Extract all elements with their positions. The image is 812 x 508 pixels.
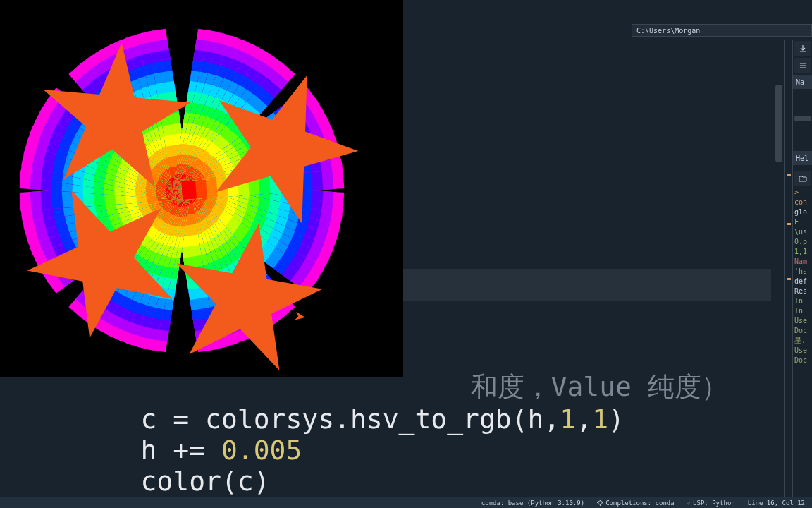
variable-name-column-header[interactable]: Na <box>793 75 812 89</box>
horizontal-scroll-thumb[interactable] <box>794 116 811 121</box>
turtle-canvas <box>0 0 403 377</box>
console-line: 星. <box>793 336 812 346</box>
console-line: 1,1 <box>793 247 812 257</box>
console-line: Use <box>793 316 812 326</box>
console-line: \us <box>793 227 812 237</box>
turtle-graphics-window[interactable] <box>0 0 403 377</box>
status-lsp[interactable]: LSP: Python <box>687 500 735 507</box>
console-line: Nam <box>793 257 812 267</box>
window-titlebar-area: C:\Users\Morgan <box>406 0 812 40</box>
console-line: Doc <box>793 356 812 365</box>
variable-explorer-panel[interactable]: Na Hel >conglo F\us0.p1,1Nam'hsdefResInI… <box>792 40 812 508</box>
console-line: def <box>793 277 812 286</box>
console-line: F <box>793 217 812 227</box>
status-cursor-position[interactable]: Line 16, Col 12 <box>748 500 805 507</box>
status-conda[interactable]: conda: base (Python 3.10.9) <box>481 500 584 507</box>
scrollbar-thumb[interactable] <box>775 85 782 162</box>
hamburger-icon[interactable] <box>794 58 811 73</box>
console-line: > <box>793 188 812 198</box>
status-completions[interactable]: Completions: conda <box>597 500 675 507</box>
console-line: In <box>793 306 812 316</box>
editor-minimap[interactable] <box>784 40 792 508</box>
console-line: Doc <box>793 326 812 336</box>
console-line: In <box>793 296 812 306</box>
console-line: 0.p <box>793 237 812 247</box>
console-line: Res <box>793 286 812 296</box>
working-directory-field[interactable]: C:\Users\Morgan <box>632 24 812 37</box>
svg-point-16 <box>598 501 602 504</box>
console-line: con <box>793 198 812 207</box>
console-line: Use <box>793 346 812 356</box>
console-line: 'hs <box>793 267 812 277</box>
folder-icon[interactable] <box>794 171 811 186</box>
download-icon[interactable] <box>794 41 811 56</box>
editor-scrollbar[interactable] <box>775 42 782 325</box>
console-line: glo <box>793 207 812 217</box>
status-bar: conda: base (Python 3.10.9) Completions:… <box>0 497 812 508</box>
help-pane-header[interactable]: Hel <box>793 151 812 165</box>
